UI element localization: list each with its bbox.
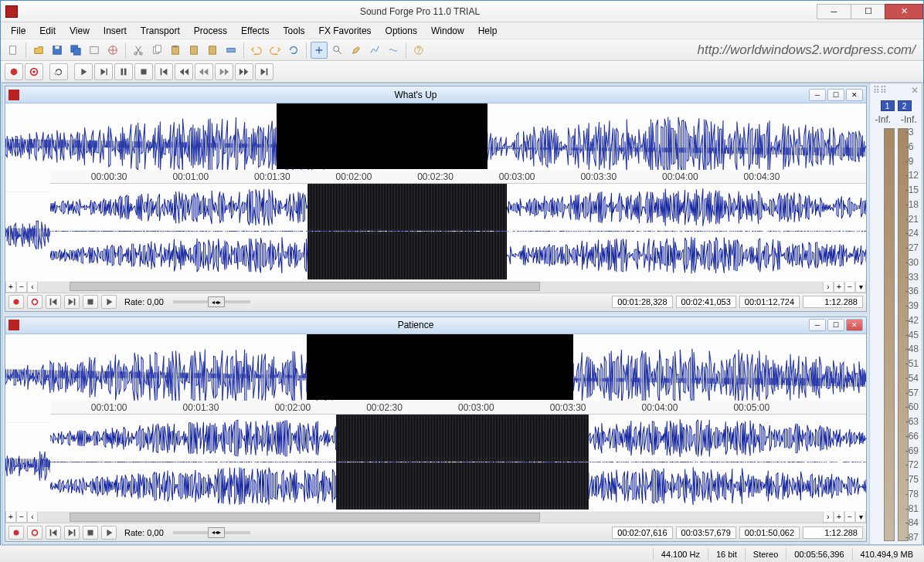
selection[interactable] <box>307 184 508 231</box>
record-button[interactable] <box>5 63 23 80</box>
menu-insert[interactable]: Insert <box>97 24 134 38</box>
meters-close-button[interactable]: ✕ <box>911 85 919 96</box>
paste-button[interactable] <box>167 42 184 59</box>
scroll-left-button[interactable]: ‹ <box>27 511 38 523</box>
menu-process[interactable]: Process <box>187 24 234 38</box>
zoomout-h-button[interactable]: − <box>844 281 855 293</box>
time-length[interactable]: 00:01:12,724 <box>739 296 800 308</box>
gotoend-button[interactable] <box>255 63 273 80</box>
copy-button[interactable] <box>148 42 165 59</box>
footer-gotoend-button[interactable] <box>64 526 80 540</box>
time-length[interactable]: 00:01:50,062 <box>739 526 800 539</box>
footer-play-button[interactable] <box>101 526 117 540</box>
overview[interactable] <box>5 103 866 170</box>
time-ruler[interactable]: 00:00:3000:01:0000:01:3000:02:0000:02:30… <box>50 170 866 184</box>
menu-options[interactable]: Options <box>379 24 424 38</box>
footer-stop-button[interactable] <box>83 295 98 309</box>
waveform[interactable] <box>50 184 866 231</box>
zoom-menu-button[interactable]: ▾ <box>855 511 866 523</box>
time-zoom[interactable]: 1:12.288 <box>803 526 863 539</box>
redo-button[interactable] <box>267 42 284 59</box>
waveform[interactable] <box>50 232 866 279</box>
zoomin-h-button[interactable]: + <box>834 511 844 523</box>
time-start[interactable]: 00:01:28,328 <box>612 296 672 308</box>
tool-pencil-button[interactable] <box>348 42 365 59</box>
minimize-button[interactable]: ─ <box>817 4 851 19</box>
footer-record-button[interactable] <box>8 526 24 540</box>
publish-button[interactable] <box>104 42 121 59</box>
hscrollbar[interactable] <box>38 511 823 523</box>
zoomout-v-button[interactable]: − <box>16 511 27 523</box>
track-maximize-button[interactable]: ☐ <box>827 319 844 331</box>
meter-ch-2[interactable]: 2 <box>898 100 912 111</box>
footer-play-button[interactable] <box>101 295 117 309</box>
time-start[interactable]: 00:02:07,616 <box>612 526 672 539</box>
track-close-button[interactable]: ✕ <box>846 319 863 331</box>
scroll-right-button[interactable]: › <box>823 281 834 293</box>
record-arm-button[interactable] <box>25 63 43 80</box>
maximize-button[interactable]: ☐ <box>851 4 885 19</box>
zoomout-v-button[interactable]: − <box>16 281 27 293</box>
back-button[interactable] <box>195 63 213 80</box>
menu-fxfavorites[interactable]: FX Favorites <box>312 24 379 38</box>
track-minimize-button[interactable]: ─ <box>809 319 826 331</box>
track-maximize-button[interactable]: ☐ <box>827 89 844 101</box>
tool-env-button[interactable] <box>385 42 402 59</box>
rate-slider[interactable]: ◂◂▸ <box>173 531 250 534</box>
playall-button[interactable] <box>94 63 113 80</box>
slider-thumb[interactable]: ◂◂▸ <box>208 527 225 538</box>
time-zoom[interactable]: 1:12.288 <box>803 296 863 308</box>
stop-button[interactable] <box>134 63 153 80</box>
waveform[interactable] <box>50 462 866 510</box>
zoomin-v-button[interactable]: + <box>5 281 16 293</box>
loop-button[interactable] <box>49 63 68 80</box>
track-close-button[interactable]: ✕ <box>846 89 863 101</box>
rewind-button[interactable] <box>175 63 193 80</box>
track-minimize-button[interactable]: ─ <box>809 89 826 101</box>
menu-transport[interactable]: Transport <box>134 24 187 38</box>
menu-tools[interactable]: Tools <box>277 24 312 38</box>
overview[interactable] <box>5 334 866 401</box>
footer-gotoend-button[interactable] <box>64 295 80 309</box>
footer-recordarm-button[interactable] <box>27 526 42 540</box>
footer-stop-button[interactable] <box>83 526 98 540</box>
track-titlebar[interactable]: What's Up ─ ☐ ✕ <box>5 86 866 103</box>
overview-selection[interactable] <box>307 334 573 400</box>
time-ruler[interactable]: 00:01:0000:01:3000:02:0000:02:3000:03:00… <box>50 401 866 415</box>
rate-slider[interactable]: ◂◂▸ <box>173 300 250 303</box>
tool-event-button[interactable] <box>366 42 383 59</box>
scroll-right-button[interactable]: › <box>823 511 834 523</box>
time-end[interactable]: 00:02:41,053 <box>676 296 736 308</box>
grip-icon[interactable]: ⠿⠿ <box>873 85 887 96</box>
menu-help[interactable]: Help <box>471 24 504 38</box>
forward-button[interactable] <box>215 63 233 80</box>
selection[interactable] <box>336 415 589 462</box>
overview-selection[interactable] <box>277 103 487 169</box>
track-titlebar[interactable]: Patience ─ ☐ ✕ <box>5 317 866 334</box>
footer-gotostart-button[interactable] <box>46 295 61 309</box>
save-button[interactable] <box>49 42 66 59</box>
trim-button[interactable] <box>223 42 239 59</box>
waveform[interactable] <box>50 415 866 462</box>
tool-magnify-button[interactable] <box>329 42 346 59</box>
close-button[interactable]: ✕ <box>885 4 923 19</box>
gotostart-button[interactable] <box>155 63 173 80</box>
new-button[interactable] <box>5 42 22 59</box>
hscrollbar[interactable] <box>38 281 823 293</box>
pastenew-button[interactable] <box>204 42 221 59</box>
menu-window[interactable]: Window <box>424 24 471 38</box>
menu-edit[interactable]: Edit <box>32 24 63 38</box>
cut-button[interactable] <box>130 42 147 59</box>
zoom-menu-button[interactable]: ▾ <box>855 281 866 293</box>
menu-view[interactable]: View <box>63 24 97 38</box>
zoomin-h-button[interactable]: + <box>834 281 844 293</box>
footer-recordarm-button[interactable] <box>27 295 42 309</box>
menu-file[interactable]: File <box>4 24 32 38</box>
zoomout-h-button[interactable]: − <box>844 511 855 523</box>
slider-thumb[interactable]: ◂◂▸ <box>208 296 225 307</box>
pause-button[interactable] <box>114 63 133 80</box>
footer-record-button[interactable] <box>8 295 24 309</box>
play-button[interactable] <box>74 63 93 80</box>
saveall-button[interactable] <box>67 42 84 59</box>
render-button[interactable] <box>86 42 103 59</box>
